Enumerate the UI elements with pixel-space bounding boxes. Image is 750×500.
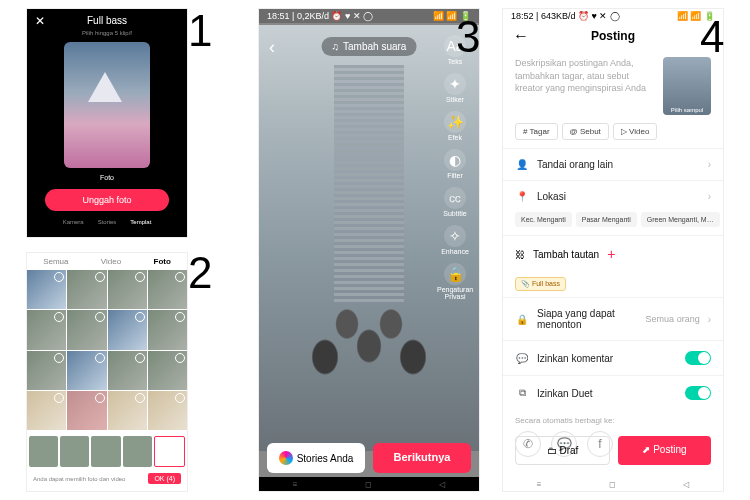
tool-sticker[interactable]: ✦Stiker — [437, 73, 473, 103]
ok-button[interactable]: OK (4) — [148, 473, 181, 484]
post-button[interactable]: ⬈ Posting — [618, 436, 711, 465]
gallery-item[interactable] — [148, 270, 187, 309]
chevron-right-icon: › — [708, 159, 711, 170]
panel-editor: 18:51 | 0,2KB/d ⏰ ♥ ✕ ◯ 📶 📶 🔋 ‹ ♫ Tambah… — [258, 8, 480, 492]
duet-icon: ⧉ — [515, 387, 529, 399]
tool-subtitle[interactable]: ㏄Subtitle — [437, 187, 473, 217]
selected-thumb[interactable] — [91, 436, 120, 467]
plus-icon: + — [607, 246, 615, 262]
gallery-item[interactable] — [67, 270, 106, 309]
gallery-hint: Anda dapat memilih foto dan video — [33, 476, 125, 482]
gallery-item[interactable] — [108, 310, 147, 349]
caption-input[interactable]: Deskripsikan postingan Anda, tambahkan t… — [515, 57, 655, 115]
step-number-4: 4 — [700, 12, 724, 62]
add-sound-button[interactable]: ♫ Tambah suara — [322, 37, 417, 56]
tool-filter[interactable]: ◐Filter — [437, 149, 473, 179]
selected-thumb[interactable] — [123, 436, 152, 467]
row-tag-people[interactable]: 👤 Tandai orang lain › — [503, 148, 723, 180]
location-pin-icon: 📍 — [515, 191, 529, 202]
toggle-comments[interactable] — [685, 351, 711, 365]
android-nav: ≡◻◁ — [259, 477, 479, 491]
gallery-item[interactable] — [27, 310, 66, 349]
status-bar: 18:51 | 0,2KB/d ⏰ ♥ ✕ ◯ 📶 📶 🔋 — [259, 9, 479, 23]
cover-thumbnail[interactable]: Pilih sampul — [663, 57, 711, 115]
photo-label: Foto — [27, 174, 187, 181]
person-icon: 👤 — [515, 159, 529, 170]
panel-gallery-picker: Semua Video Foto Anda dapat memilih foto… — [26, 252, 188, 492]
chip-hashtag[interactable]: # Tagar — [515, 123, 558, 140]
chevron-right-icon: › — [708, 191, 711, 202]
status-bar: 18:52 | 643KB/d ⏰ ♥ ✕ ◯ 📶 📶 🔋 — [503, 9, 723, 23]
row-location[interactable]: 📍 Lokasi › — [503, 180, 723, 212]
link-icon: ⛓ — [515, 249, 525, 260]
gallery-item[interactable] — [108, 391, 147, 430]
editor-toolbar: AaTeks ✦Stiker ✨Efek ◐Filter ㏄Subtitle ✧… — [437, 35, 473, 300]
gallery-item[interactable] — [108, 351, 147, 390]
android-nav: ≡◻◁ — [503, 477, 723, 491]
chip-mention[interactable]: @ Sebut — [562, 123, 609, 140]
location-chip[interactable]: Pasar Menganti — [576, 212, 637, 227]
tab-all[interactable]: Semua — [43, 257, 68, 266]
selected-strip — [27, 434, 187, 469]
toggle-duet[interactable] — [685, 386, 711, 400]
step-number-1: 1 — [188, 6, 212, 56]
tab-video[interactable]: Video — [101, 257, 121, 266]
template-preview-image[interactable] — [64, 42, 150, 168]
location-chip[interactable]: Kec. Menganti — [515, 212, 572, 227]
comment-icon: 💬 — [515, 353, 529, 364]
sound-tag[interactable]: 📎 Full bass — [515, 277, 566, 291]
tab-stories[interactable]: Stories — [98, 219, 117, 225]
back-icon[interactable]: ‹ — [269, 37, 275, 58]
tool-effects[interactable]: ✨Efek — [437, 111, 473, 141]
selected-thumb-empty[interactable] — [154, 436, 185, 467]
upload-photo-button[interactable]: Unggah foto — [45, 189, 169, 211]
row-privacy[interactable]: 🔒 Siapa yang dapat menonton Semua orang … — [503, 297, 723, 340]
gallery-item[interactable] — [148, 351, 187, 390]
chevron-right-icon: › — [708, 314, 711, 325]
panel-posting: 18:52 | 643KB/d ⏰ ♥ ✕ ◯ 📶 📶 🔋 ← Posting … — [502, 8, 724, 492]
draft-button[interactable]: 🗀 Draf — [515, 436, 610, 465]
tool-enhance[interactable]: ✧Enhance — [437, 225, 473, 255]
step-number-3: 3 — [456, 12, 480, 62]
gallery-item[interactable] — [148, 310, 187, 349]
back-icon[interactable]: ← — [513, 27, 529, 45]
share-label: Secara otomatis berbagi ke: — [515, 416, 711, 425]
chip-video[interactable]: ▷ Video — [613, 123, 658, 140]
gallery-item[interactable] — [67, 310, 106, 349]
tab-photo[interactable]: Foto — [154, 257, 171, 266]
gallery-item[interactable] — [27, 391, 66, 430]
selected-thumb[interactable] — [29, 436, 58, 467]
close-icon[interactable]: ✕ — [35, 14, 45, 28]
gallery-item[interactable] — [108, 270, 147, 309]
music-note-icon: ♫ — [332, 41, 340, 52]
page-title: Posting — [591, 29, 635, 43]
next-button[interactable]: Berikutnya — [373, 443, 471, 473]
tab-camera[interactable]: Kamera — [63, 219, 84, 225]
panel-template-upload: ✕ Full bass Pilih hingga 5 klip/f Foto U… — [26, 8, 188, 238]
gallery-item[interactable] — [67, 351, 106, 390]
gallery-item[interactable] — [148, 391, 187, 430]
row-allow-comments: 💬 Izinkan komentar — [503, 340, 723, 375]
stories-ring-icon — [279, 451, 293, 465]
row-allow-duet: ⧉ Izinkan Duet — [503, 375, 723, 410]
gallery-grid — [27, 270, 187, 430]
stories-button[interactable]: Stories Anda — [267, 443, 365, 473]
tab-templat[interactable]: Templat — [130, 219, 151, 225]
row-add-link[interactable]: ⛓ Tambah tautan + — [503, 235, 723, 272]
location-chip[interactable]: Green Menganti, M… — [641, 212, 720, 227]
selected-thumb[interactable] — [60, 436, 89, 467]
gallery-item[interactable] — [67, 391, 106, 430]
gallery-item[interactable] — [27, 351, 66, 390]
gallery-item[interactable] — [27, 270, 66, 309]
step-number-2: 2 — [188, 248, 212, 298]
sound-title: Full bass — [87, 15, 127, 26]
tool-privacy[interactable]: 🔒Pengaturan Privasi — [437, 263, 473, 300]
lock-icon: 🔒 — [515, 314, 529, 325]
